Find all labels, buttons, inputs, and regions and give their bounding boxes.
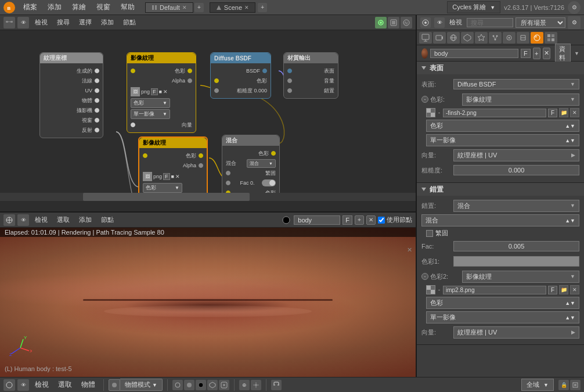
menu-add[interactable]: 添加 — [43, 1, 66, 13]
bs-pivot-icon-2[interactable] — [251, 380, 261, 390]
surface-tex-f[interactable]: F — [548, 109, 557, 117]
ne-icon-2[interactable] — [388, 17, 399, 28]
bs-shading-icon-1[interactable] — [172, 380, 183, 390]
bs-view-icon[interactable]: 👁 — [17, 379, 29, 391]
disp-color2-minus[interactable]: - — [421, 273, 428, 280]
surface-tex-name[interactable]: -finsh-2.png — [443, 109, 546, 117]
node-editor-type-icon[interactable] — [3, 17, 15, 28]
viewport-object-name[interactable] — [294, 215, 340, 225]
vp-menu-node[interactable]: 節點 — [98, 215, 117, 224]
rp-displacement-header[interactable]: 錯置 — [417, 183, 584, 196]
vp-menu-add[interactable]: 添加 — [75, 215, 95, 224]
vp-close-btn[interactable]: ✕ — [366, 215, 376, 225]
disp-mix-dropdown[interactable]: 混合 ▲▼ — [421, 214, 579, 226]
vp-f-btn[interactable]: F — [343, 215, 352, 225]
bs-pivot-icon-1[interactable]: ⊕ — [239, 380, 250, 390]
ne-icon-3[interactable]: N — [401, 17, 412, 28]
surface-color-dropdown[interactable]: 色彩 ▲▼ — [426, 120, 579, 132]
layout-tab-close[interactable]: ✕ — [182, 5, 187, 10]
surface-vector-value[interactable]: 紋理座標 | UV ▶ — [453, 149, 579, 161]
menu-file[interactable]: 檔案 — [19, 1, 42, 13]
bs-viewport-dropdown[interactable]: 全域 ▼ — [521, 379, 554, 391]
node-image-texture-1[interactable]: 影像紋理 色彩 Alpha — [127, 52, 196, 133]
rp-particles-icon[interactable] — [489, 32, 502, 44]
bs-magnet-icon[interactable] — [271, 380, 282, 390]
disp-color2-value[interactable]: 影像紋理 ▼ — [462, 271, 579, 283]
bs-mode-icon[interactable] — [109, 379, 120, 391]
vp-menu-select[interactable]: 選取 — [53, 215, 73, 224]
disp-tex-name[interactable]: imp2.8.png — [443, 286, 546, 294]
rp-material-icon[interactable] — [531, 32, 543, 44]
disp-tex-close-btn[interactable]: ✕ — [570, 285, 579, 294]
bs-shading-icon-3[interactable] — [196, 380, 206, 390]
rp-view-label[interactable]: 檢視 — [449, 18, 462, 27]
menu-window[interactable]: 視窗 — [92, 1, 115, 13]
rp-object-icon[interactable] — [461, 32, 474, 44]
bs-transform-icon[interactable] — [570, 380, 581, 390]
rp-header-icon[interactable] — [420, 17, 431, 28]
menu-render[interactable]: 算繪 — [67, 1, 91, 13]
node-scrollbar-horizontal[interactable] — [0, 193, 416, 201]
rp-texture-icon[interactable] — [545, 32, 557, 44]
node-diffuse-bsdf[interactable]: Diffuse BSDF BSDF 色彩 — [210, 52, 271, 99]
rp-physics-icon[interactable] — [503, 32, 515, 44]
bs-shading-icon-4[interactable] — [207, 380, 218, 390]
render-engine[interactable]: Cycles 算繪 ▼ — [447, 1, 500, 13]
bs-type-icon[interactable] — [3, 379, 15, 391]
tex1-img-dropdown[interactable]: 單一影像 ▼ — [131, 109, 170, 119]
disp-fac-value[interactable]: 0.005 — [453, 241, 579, 251]
node-mix[interactable]: 混合 色彩 混合 混合▼ — [222, 135, 280, 201]
bs-mode-btn[interactable]: 物體模式 ▼ — [120, 379, 163, 391]
rp-surface-header[interactable]: 表面 — [417, 62, 584, 74]
node-canvas[interactable]: 紋理座標 生成的 法線 UV — [0, 30, 416, 201]
settings-icon[interactable]: ⚙ — [568, 1, 581, 14]
surface-roughness-value[interactable]: 0.000 — [453, 165, 579, 175]
disp-color-dropdown[interactable]: 色彩 ▲▼ — [426, 297, 579, 309]
surface-color-minus[interactable]: - — [421, 96, 428, 103]
add-layout-btn[interactable]: + — [194, 3, 204, 12]
disp-firm-checkbox[interactable] — [426, 230, 433, 237]
rp-eye-icon[interactable]: 👁 — [434, 17, 445, 28]
surface-color-value[interactable]: 影像紋理 ▼ — [462, 93, 579, 106]
scene-tab-close[interactable]: ✕ — [244, 5, 249, 10]
tex2-color-dropdown[interactable]: 色彩 ▼ — [143, 183, 182, 193]
bs-shading-icon-2[interactable] — [184, 380, 194, 390]
bs-shading-icon-5[interactable] — [219, 380, 229, 390]
layout-tab-default[interactable]: Default ✕ — [145, 2, 193, 13]
bs-lock-icon[interactable]: 🔒 — [558, 380, 569, 390]
rp-render-icon[interactable] — [419, 32, 432, 44]
bs-menu-select[interactable]: 選取 — [55, 380, 75, 390]
disp-tex-f[interactable]: F — [548, 286, 557, 294]
node-texture-coord[interactable]: 紋理座標 生成的 法線 UV — [39, 52, 103, 138]
rp-material-close-btn[interactable]: ✕ — [543, 48, 550, 59]
node-view-icon[interactable]: 👁 — [17, 17, 29, 28]
surface-value[interactable]: Diffuse BSDF ▼ — [453, 79, 579, 89]
surface-img-dropdown[interactable]: 單一影像 ▲▼ — [426, 134, 579, 146]
rp-search[interactable] — [467, 18, 513, 27]
tex1-color-dropdown[interactable]: 色彩 ▼ — [131, 98, 170, 108]
scene-tab[interactable]: Scene ✕ — [210, 2, 255, 13]
rp-camera-icon[interactable] — [433, 32, 446, 44]
bs-menu-object[interactable]: 物體 — [78, 380, 99, 390]
vp-view-icon[interactable]: 👁 — [17, 214, 29, 226]
vp-type-icon[interactable] — [3, 214, 15, 226]
rp-scene-dropdown[interactable]: 所有場景 — [515, 17, 565, 28]
ne-menu-add[interactable]: 添加 — [98, 18, 117, 27]
bs-menu-view[interactable]: 檢視 — [31, 380, 52, 390]
vp-menu-view[interactable]: 檢視 — [31, 215, 51, 224]
rp-data-btn[interactable]: 資料 — [555, 44, 571, 63]
node-image-texture-2[interactable]: 影像紋理 色彩 Alpha — [138, 136, 208, 201]
surface-tex-browse-btn[interactable]: 📁 — [559, 108, 568, 117]
disp-tex-browse-btn[interactable]: 📁 — [559, 285, 568, 294]
add-scene-btn[interactable]: + — [258, 3, 267, 12]
rp-world-icon[interactable] — [447, 32, 460, 44]
ne-icon-1[interactable] — [375, 17, 387, 28]
vp-add-btn[interactable]: + — [355, 215, 364, 225]
ne-menu-search[interactable]: 搜尋 — [53, 18, 73, 27]
disp-vector-value[interactable]: 紋理座標 | UV ▶ — [453, 326, 579, 339]
ne-menu-select[interactable]: 選擇 — [75, 18, 95, 27]
use-nodes-label[interactable]: 使用節點 — [378, 215, 412, 224]
surface-tex-close-btn[interactable]: ✕ — [570, 108, 579, 117]
ne-menu-view[interactable]: 檢視 — [31, 18, 51, 27]
node-material-output[interactable]: 材質輸出 表面 音量 錯置 — [283, 52, 338, 99]
